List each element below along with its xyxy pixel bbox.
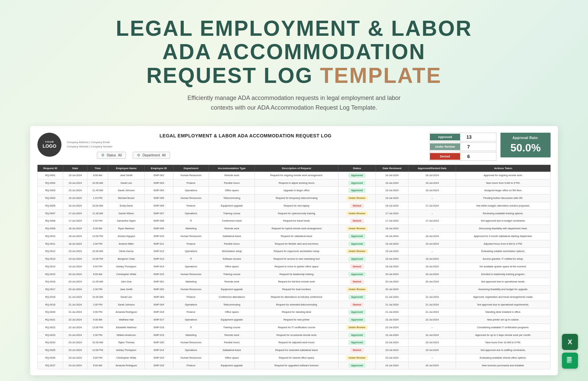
table-cell: Equipment upgrade (209, 316, 255, 324)
table-cell: 19-Jul-2024 (376, 255, 408, 263)
table-cell: Not approved due to operational needs. (456, 278, 551, 286)
table-row: RQ-000918-Jul-20249:30 AMRyan MartinezEM… (38, 225, 551, 233)
status-badge: Approved (348, 173, 365, 178)
status-filter[interactable]: ⚙ Status All (97, 152, 126, 159)
table-row: RQ-002122-Jul-20249:30 AMMatthew HallEMP… (38, 316, 551, 324)
approved-value: 13 (460, 133, 478, 141)
table-cell: 1:15 PM (88, 195, 108, 202)
table-cell: Request for occasional remote work (255, 331, 338, 339)
table-row: RQ-000315-Jul-202411:45 AMSarah JohnsonE… (38, 187, 551, 195)
table-cell: Request for attendance at industry confe… (255, 293, 338, 301)
table-cell: Denied (338, 347, 376, 354)
table-cell: EMP-003 (145, 179, 173, 187)
table-cell: Evaluating suitable workstation options. (456, 248, 551, 255)
table-cell: RQ-0014 (38, 263, 63, 270)
table-cell: 3:00 PM (88, 263, 108, 270)
table-cell: New licenses purchased and installed. (456, 362, 551, 369)
table-cell: 16-Jul-2024 (376, 179, 408, 187)
table-cell: Human Resources (173, 195, 209, 202)
table-cell: 20-Jul-2024 (408, 270, 456, 278)
table-cell: 21-Jul-2024 (408, 308, 456, 316)
table-cell: 23-Jul-2024 (376, 347, 408, 354)
filter-icon: ⚙ (101, 153, 105, 157)
table-cell: 22-Jul-2024 (63, 324, 88, 331)
table-cell: RQ-0001 (38, 171, 63, 179)
status-badge: Approved (348, 181, 365, 185)
table-cell: Andrew Miller (108, 240, 145, 248)
table-cell: Request for extended telecommuting (255, 301, 338, 308)
doc-header-right: Approved 13 Under Review 7 Denied 6 Appr… (430, 133, 551, 161)
table-cell: RQ-0007 (38, 210, 63, 217)
table-cell: RQ-0027 (38, 362, 63, 369)
table-cell: Jane Smith (108, 286, 145, 293)
table-cell: Finance (173, 240, 209, 248)
table-row: RQ-002021-Jul-20243:30 PMAmanda Rodrigue… (38, 308, 551, 316)
table-cell: RQ-0015 (38, 270, 63, 278)
under-review-value: 7 (460, 143, 477, 151)
table-cell: EMP-015 (145, 354, 173, 362)
table-cell: 20-Jul-2024 (63, 278, 88, 286)
table-cell: 16-Jul-2024 (408, 171, 456, 179)
svg-rect-4 (567, 362, 570, 362)
table-cell: RQ-0004 (38, 195, 63, 202)
table-cell: Office space (209, 354, 255, 362)
table-cell: 17-Jul-2024 (63, 210, 88, 217)
table-cell: 17-Jul-2024 (63, 217, 88, 225)
table-cell: – (408, 195, 456, 202)
page-wrapper: LEGAL EMPLOYMENT & LABOR ADA ACCOMMODATI… (0, 0, 588, 381)
table-cell: Operations (173, 316, 209, 324)
table-cell: 15-Jul-2024 (63, 179, 88, 187)
table-cell: EMP-007 (145, 210, 173, 217)
table-cell: Finance (173, 202, 209, 210)
table-cell: 2:30 PM (88, 240, 108, 248)
table-cell: Office space (209, 187, 255, 195)
department-filter[interactable]: ⚙ Department All (133, 152, 170, 159)
table-cell: 21-Jul-2024 (63, 293, 88, 301)
table-cell: EMP-011 (145, 240, 173, 248)
table-cell: Request for upgraded software licenses (255, 362, 338, 369)
table-cell: EMP-012 (145, 248, 173, 255)
table-cell: RQ-0025 (38, 347, 63, 354)
table-cell: Under Review (338, 286, 376, 293)
logo-text: LOGO (42, 143, 56, 149)
table-row: RQ-001018-Jul-202412:00 PMJessica Nguyen… (38, 232, 551, 240)
table-cell: 21-Jul-2024 (408, 293, 456, 301)
table-cell: Request for extended sabbatical leave (255, 347, 338, 354)
table-cell: 17-Jul-2024 (408, 202, 456, 210)
table-cell: RQ-0020 (38, 308, 63, 316)
table-cell: EMP-001 (145, 278, 173, 286)
status-badge: Approved (348, 363, 365, 368)
table-cell: 20-Jul-2024 (376, 286, 408, 293)
table-cell: 22-Jul-2024 (408, 316, 456, 324)
table-cell: 11:00 AM (88, 278, 108, 286)
table-cell: Approved (338, 308, 376, 316)
table-cell: Conference travel (209, 217, 255, 225)
approval-rate-label: Approval Rate: (512, 136, 539, 140)
title-line3-accent: TEMPLATE (320, 64, 442, 88)
table-cell: Approved (338, 232, 376, 240)
table-cell: Christopher White (108, 354, 145, 362)
table-cell: 22-Jul-2024 (63, 331, 88, 339)
table-cell: 18-Jul-2024 (63, 232, 88, 240)
table-cell: Remote work (209, 171, 255, 179)
department-filter-value: All (162, 153, 166, 157)
status-badge: Under Review (346, 226, 368, 231)
table-cell: 20-Jul-2024 (376, 270, 408, 278)
table-cell: Telecommuting (209, 301, 255, 308)
table-row: RQ-001118-Jul-20242:30 PMAndrew MillerEM… (38, 240, 551, 248)
table-cell: Human Resources (173, 232, 209, 240)
table-cell: Emily Davis (108, 202, 145, 210)
table-cell: 10:30 AM (88, 179, 108, 187)
table-cell: RQ-0018 (38, 293, 63, 301)
approval-rate-value: 50.0% (510, 142, 541, 154)
table-cell: Approved (338, 362, 376, 369)
table-cell: Marketing (173, 225, 209, 233)
table-cell: Upgrade to larger office (255, 187, 338, 195)
table-cell: EMP-002 (145, 286, 173, 293)
table-cell: Request for sabbatical leave (255, 232, 338, 240)
table-row: RQ-002423-Jul-202410:30 AMTaylor ThomasE… (38, 339, 551, 347)
page-subtitle: Efficiently manage ADA accommodation req… (177, 93, 411, 113)
sheets-icon[interactable] (562, 353, 578, 369)
table-cell: Request for adjusted work hours (255, 339, 338, 347)
excel-icon[interactable]: X (562, 334, 578, 350)
